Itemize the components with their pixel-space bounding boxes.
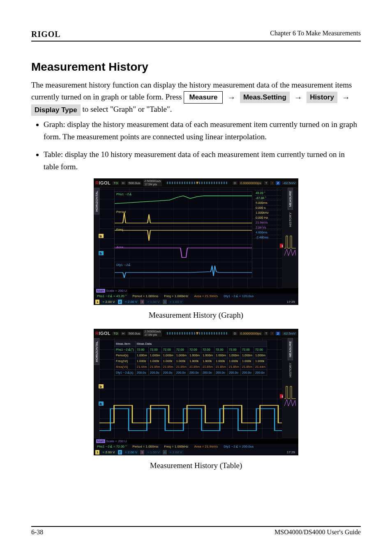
run-state-chip: TD — [112, 332, 119, 335]
trigger-level: -62.5mV — [282, 181, 297, 185]
measurement-status-row: Phs1→2∡ = 43.20 ° Period = 1.000ms Freq … — [94, 293, 298, 299]
logo-IGOL: IGOL — [99, 331, 111, 336]
measurement-status-row: Phs1→2∡ = 72.00 ° Period = 1.000ms Freq … — [94, 444, 298, 449]
trigger-position-marker-icon: ▼ — [195, 180, 199, 185]
trend-max: 48.20 ° — [255, 190, 281, 195]
ch2-scale: 2.00 V — [128, 300, 137, 304]
ch1-scale: 2.00 V — [105, 300, 115, 304]
ch4-chip[interactable]: 4 — [163, 300, 167, 304]
trend-min: -87.84 ° — [255, 195, 281, 200]
bullet-list: Graph: display the history measurement d… — [31, 118, 361, 173]
status-freq: Freq = 1.000kHz — [164, 445, 188, 448]
trigger-edge-icon: ↑ — [270, 332, 274, 335]
scope-topbar: RIGOL TD H 500.0us 2.50000Ga/s17.5M pts … — [94, 178, 298, 188]
scope-topbar: RIGOL TD H 500.0us 2.50000Ga/s17.5M pts … — [94, 329, 298, 338]
trend-min: 0.000 Hz — [255, 215, 281, 220]
horizontal-tab[interactable]: HORIZONTAL — [94, 188, 99, 215]
table-row: Dly1→2∡(s)200.0u200.0u200.0u200.0u200.0u… — [115, 370, 267, 376]
trend-max: 21.9mVs — [255, 220, 281, 225]
ch2-ground-marker-icon: 2▶ — [99, 251, 104, 255]
trend-max: 4.800ms — [255, 230, 281, 235]
preview-waveform-icon — [284, 382, 296, 407]
ch3-chip[interactable]: 3 — [140, 450, 144, 455]
status-freq: Freq = 1.000kHz — [164, 294, 188, 298]
ch2-chip[interactable]: 2 — [118, 300, 122, 304]
scope-screenshot-graph: RIGOL TD H 500.0us 2.50000Ga/s17.5M pts … — [94, 178, 298, 305]
trend-min: 0.000 s — [255, 205, 281, 210]
clock-time: 17:29 — [285, 450, 297, 455]
trigger-channel: 2 — [276, 181, 280, 185]
displaytype-softkey[interactable]: Display Type — [31, 104, 81, 116]
ch4-chip[interactable]: 4 — [163, 450, 167, 455]
t-chip: T — [264, 181, 268, 185]
ch2-chip[interactable]: 2 — [118, 450, 122, 455]
trend-min: -2.480ms — [255, 235, 281, 240]
ch1-mode: = — [102, 300, 104, 304]
ch3-chip[interactable]: 3 — [140, 300, 144, 304]
trigger-channel: 2 — [276, 332, 280, 335]
measure-button[interactable]: Measure — [184, 91, 223, 104]
page-footer: 6-38 MSO4000/DS4000 User's Guide — [31, 526, 361, 536]
math-scale: Scale = 200 U — [106, 439, 127, 443]
history-tab[interactable]: HISTORY — [288, 210, 293, 229]
status-period: Period = 1.000ms — [132, 445, 158, 448]
waveform-screen: 1▶ 2▶ ◀ Phs1→2∡ Period Freq Area Dly1→2∡ — [99, 188, 282, 288]
trigger-level: -62.5mV — [282, 332, 297, 335]
table-row: Area(Vs)21.44m21.85m21.85m21.85m21.85m21… — [115, 364, 267, 370]
waveform-ch1-icon — [99, 403, 282, 436]
measure-tab[interactable]: MEASURE — [288, 188, 293, 210]
trend-right-values: 48.20 ° -87.84 ° 5.000ms 0.000 s 1.000kH… — [255, 190, 281, 240]
memory-buffer-bar: ▼ — [165, 332, 229, 335]
page-number: 6-38 — [31, 529, 43, 536]
ch1-chip[interactable]: 1 — [95, 300, 99, 304]
meassetting-softkey[interactable]: Meas.Setting — [240, 92, 290, 104]
status-area: Area = 21.9mVs — [194, 445, 218, 448]
ch1-ground-marker-icon: 1▶ — [99, 234, 104, 238]
channel-bar: 1 = 2.00 V 2 = 2.00 V 3 = 1.00 V 4 = 1.0… — [94, 449, 298, 455]
h-chip: H — [121, 181, 126, 185]
history-softkey[interactable]: History — [307, 92, 337, 104]
table-row: Freq(Hz)1.000k1.000k1.000k1.000k1.000k1.… — [115, 358, 267, 364]
samplerate-chip: 2.50000Ga/s17.5M pts — [143, 180, 162, 186]
brand-text: RIGOL — [31, 30, 61, 39]
document-title: MSO4000/DS4000 User's Guide — [43, 529, 361, 536]
ch1-ground-marker-icon: 1▶ — [99, 384, 104, 388]
clock-time: 17:29 — [285, 300, 297, 304]
status-area: Area = 21.9mVs — [194, 294, 218, 298]
table-row: Phs1→2∡(°)72.0072.0072.0072.0072.0072.00… — [115, 347, 267, 353]
ch1-chip[interactable]: 1 — [95, 450, 99, 455]
status-period: Period = 1.000ms — [132, 294, 158, 298]
arrow-icon: → — [339, 93, 353, 102]
trigger-position-marker-icon: ▼ — [195, 331, 199, 335]
delay-value: 0.00000000ps — [239, 181, 263, 185]
scope-screenshot-table: RIGOL TD H 500.0us 2.50000Ga/s17.5M pts … — [94, 329, 298, 455]
waveform-screen: 1▶ 2▶ ◀ Meas.ItemMeas.Data Phs1→2∡(°)72.… — [99, 338, 282, 439]
list-item: Table: display the 10 history measuremen… — [44, 148, 361, 173]
horizontal-tab[interactable]: HORIZONTAL — [94, 338, 99, 365]
intro-paragraph: The measurement history function can dis… — [31, 79, 361, 116]
table-row: Period(s)1.000m1.000m1.000m1.000m1.000m1… — [115, 353, 267, 358]
d-chip: D — [233, 332, 238, 335]
trend-max: 5.000ms — [255, 200, 281, 205]
measurement-history-table: Meas.ItemMeas.Data Phs1→2∡(°)72.0072.007… — [114, 341, 267, 376]
math-chip: Math — [96, 439, 105, 443]
logo-IGOL: IGOL — [99, 180, 111, 185]
table-header-item: Meas.Item — [115, 341, 136, 347]
math-scale: Scale = 200 U — [106, 289, 127, 293]
section-heading: Measurement History — [31, 60, 361, 74]
delay-value: 0.00000000ps — [239, 332, 263, 335]
history-tab[interactable]: HISTORY — [288, 360, 293, 380]
ch2-mode: = — [125, 300, 127, 304]
measure-tab[interactable]: MEASURE — [288, 338, 293, 360]
samplerate-chip: 2.50000Ga/s17.5M pts — [143, 330, 162, 337]
left-tabs: HORIZONTAL — [94, 338, 99, 439]
ch4-mode: = — [170, 300, 172, 304]
ch3-scale: 1.00 V — [150, 300, 159, 304]
math-row: Math Scale = 200 U — [94, 439, 298, 444]
right-tabs: MEASURE HISTORY — [282, 188, 298, 288]
trigger-edge-icon: ↑ — [270, 181, 274, 185]
ch4-scale: 1.00 V — [173, 300, 182, 304]
chapter-title: Chapter 6 To Make Measurements — [270, 30, 361, 37]
timebase-value: 500.0us — [127, 332, 141, 335]
d-chip: D — [233, 181, 238, 185]
